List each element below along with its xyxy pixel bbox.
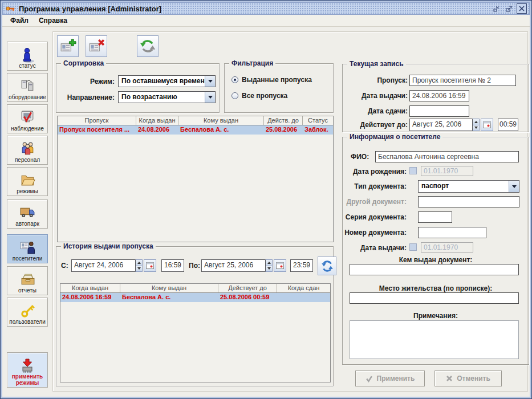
maximize-icon[interactable]: [504, 3, 514, 14]
sidebar-item-users[interactable]: пользователи: [7, 298, 48, 327]
column-header[interactable]: Когда выдан: [60, 284, 120, 292]
column-header[interactable]: Действ. до: [264, 116, 303, 125]
spinner-down-icon[interactable]: [473, 125, 479, 131]
sidebar-item-label: оборудование: [9, 94, 46, 100]
chevron-down-icon[interactable]: [509, 181, 519, 192]
apply-button[interactable]: Применить: [355, 370, 425, 386]
spinner-down-icon[interactable]: [136, 266, 142, 272]
titlebar[interactable]: Программа управления [Administrator]: [2, 2, 530, 15]
calendar-icon[interactable]: [144, 259, 156, 272]
refresh-list-button[interactable]: [137, 35, 159, 57]
column-header[interactable]: Статус: [303, 116, 333, 125]
doc-issue-date-checkbox[interactable]: [409, 243, 417, 251]
app-key-icon: [5, 3, 15, 14]
doc-issue-date-field[interactable]: [421, 242, 473, 253]
doc-series-field[interactable]: [418, 211, 452, 223]
history-from-date-spinner[interactable]: Август 24, 2006: [71, 259, 156, 272]
fio-field[interactable]: [375, 151, 519, 162]
address-field[interactable]: [350, 292, 519, 304]
cancel-button[interactable]: Отменить: [434, 370, 502, 386]
filtering-group-title: Фильтрация: [229, 59, 275, 67]
other-doc-field[interactable]: [418, 196, 519, 207]
date-spinner-buttons[interactable]: [135, 259, 143, 272]
current-record-title: Текущая запись: [347, 60, 406, 68]
valid-until-date-spinner[interactable]: Август 25, 2006: [409, 119, 493, 131]
history-from-date[interactable]: Август 24, 2006: [71, 259, 135, 272]
date-spinner-buttons[interactable]: [472, 119, 480, 131]
doc-type-combo[interactable]: паспорт: [418, 180, 519, 193]
birth-date-checkbox[interactable]: [409, 167, 417, 174]
doc-issuer-label: Кем выдан документ:: [343, 256, 529, 264]
doc-series-label: Серия документа:: [343, 213, 407, 221]
spinner-down-icon[interactable]: [266, 266, 272, 272]
birth-date-field[interactable]: [421, 166, 473, 176]
sidebar-item-label: режимы: [17, 188, 38, 194]
refresh-icon: [139, 38, 156, 55]
sidebar-item-personnel[interactable]: персонал: [7, 136, 48, 165]
table-row[interactable]: 24.08.2006 16:59 Беспалова А. с. 25.08.2…: [60, 293, 330, 302]
close-icon[interactable]: [517, 3, 527, 14]
apply-modes-chip-icon: [19, 358, 35, 374]
column-header[interactable]: Когда сдан: [277, 284, 330, 292]
fio-label: ФИО:: [351, 153, 369, 161]
sidebar-item-status[interactable]: статус: [7, 42, 48, 71]
sidebar-item-label: статус: [19, 63, 35, 69]
cell-holder: Беспалова А. с.: [120, 293, 218, 302]
sidebar-item-label: наблюдение: [11, 125, 44, 132]
filtering-group: Фильтрация Выданные пропуска Все пропуск…: [224, 63, 334, 113]
column-header[interactable]: Пропуск: [58, 116, 136, 125]
radio-selected-icon[interactable]: [232, 76, 238, 83]
radio-unselected-icon[interactable]: [232, 92, 238, 99]
menu-help[interactable]: Справка: [34, 15, 72, 26]
minimize-icon[interactable]: [492, 3, 502, 14]
client-area: статус оборудование наблюдение персонал …: [2, 27, 530, 397]
pass-field[interactable]: [409, 75, 516, 86]
doc-number-field[interactable]: [418, 227, 486, 238]
menu-file[interactable]: Файл: [6, 15, 33, 26]
chevron-down-icon[interactable]: [205, 76, 215, 87]
spinner-up-icon[interactable]: [136, 260, 142, 266]
filter-all-radio[interactable]: Все пропуска: [232, 92, 287, 100]
apply-modes-label-line2: режимы: [16, 380, 39, 386]
sidebar-item-equipment[interactable]: оборудование: [7, 73, 48, 102]
column-header[interactable]: Действует до: [218, 284, 277, 292]
spinner-up-icon[interactable]: [473, 119, 479, 125]
sidebar-item-surveillance[interactable]: наблюдение: [7, 104, 48, 133]
cell-valid: 25.08.2006: [264, 125, 303, 135]
sidebar-item-visitors[interactable]: посетители: [7, 234, 48, 263]
spinner-up-icon[interactable]: [266, 260, 272, 266]
refresh-icon: [320, 259, 334, 273]
doc-issuer-field[interactable]: [350, 264, 519, 275]
sidebar-item-modes[interactable]: режимы: [7, 167, 48, 196]
cell-issued: 24.08.2006: [136, 125, 178, 135]
valid-until-time[interactable]: 00:59: [498, 119, 518, 131]
delete-pass-button[interactable]: [86, 35, 107, 57]
column-header[interactable]: Когда выдан: [136, 116, 178, 125]
column-header[interactable]: Кому выдан: [120, 284, 218, 292]
sort-mode-combo[interactable]: По оставшемуся времени: [118, 75, 216, 87]
cancel-button-label: Отменить: [457, 374, 490, 382]
sort-direction-combo[interactable]: По возрастанию: [118, 91, 216, 103]
add-pass-button[interactable]: [57, 35, 79, 57]
history-to-time[interactable]: 23:59: [290, 259, 313, 272]
column-header[interactable]: Кому выдан: [178, 116, 264, 125]
valid-until-date[interactable]: Август 25, 2006: [409, 119, 472, 131]
sidebar-item-reports[interactable]: отчеты: [7, 266, 48, 295]
calendar-icon[interactable]: [274, 259, 286, 272]
calendar-icon[interactable]: [481, 119, 493, 131]
history-refresh-button[interactable]: [318, 256, 336, 275]
filter-all-label: Все пропуска: [242, 92, 287, 100]
table-row[interactable]: Пропуск посетителя ... 24.08.2006 Беспал…: [58, 125, 333, 135]
history-from-time[interactable]: 16:59: [161, 259, 184, 272]
history-to-date-spinner[interactable]: Август 25, 2006: [201, 259, 286, 272]
history-to-date[interactable]: Август 25, 2006: [201, 259, 265, 272]
chevron-down-icon[interactable]: [205, 92, 215, 103]
filter-issued-radio[interactable]: Выданные пропуска: [232, 76, 312, 84]
issue-date-label: Дата выдачи:: [345, 92, 408, 100]
notes-textarea[interactable]: [350, 320, 519, 359]
return-date-field[interactable]: [409, 105, 469, 117]
date-spinner-buttons[interactable]: [265, 259, 273, 272]
apply-modes-button[interactable]: применить режимы: [7, 352, 48, 388]
sidebar-item-fleet[interactable]: автопарк: [7, 199, 48, 229]
issue-date-field[interactable]: [409, 90, 469, 101]
